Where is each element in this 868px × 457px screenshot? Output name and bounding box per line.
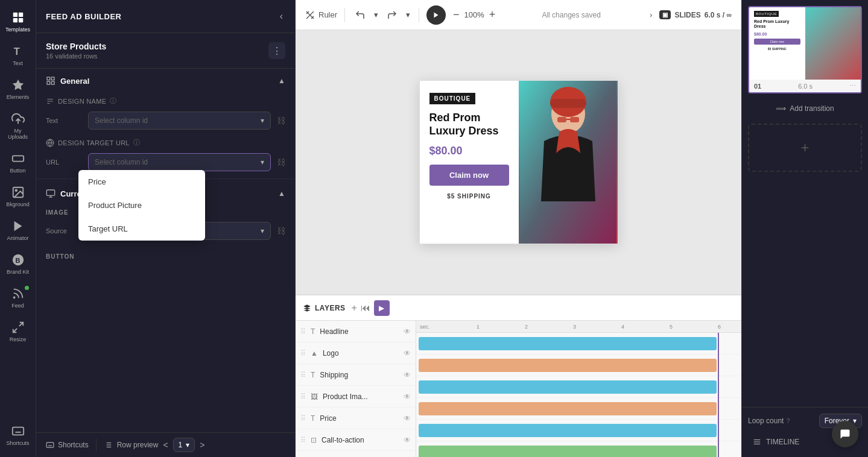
slide-thumbnail-1[interactable]: BOUTIQUE Red Prom Luxury Dress $80.00 Cl… <box>748 6 862 93</box>
track-bar-product-image <box>419 402 717 415</box>
sidebar-item-button[interactable]: Button <box>2 147 34 178</box>
panel-collapse-button[interactable]: ‹ <box>277 8 285 24</box>
design-target-info-icon[interactable]: ⓘ <box>133 138 140 147</box>
dropdown-item-price[interactable]: Price <box>78 170 205 194</box>
svg-point-9 <box>15 189 17 191</box>
sidebar-item-animator[interactable]: Animator <box>2 215 34 246</box>
sidebar-item-elements[interactable]: Elements <box>2 74 34 105</box>
timeline-controls: + ⏮ ▶ <box>352 300 390 316</box>
toolbar-sep-2 <box>419 8 419 22</box>
layers-label: LAYERS <box>303 304 346 312</box>
product-image-svg <box>520 81 616 244</box>
store-name: Store Products <box>46 42 106 51</box>
layer-eye-price[interactable]: 👁 <box>404 414 411 423</box>
layer-eye-headline[interactable]: 👁 <box>404 327 411 336</box>
undo-dropdown-button[interactable]: ▾ <box>373 9 379 20</box>
row-preview-icon <box>104 441 112 449</box>
drag-handle-icon: ⠿ <box>300 392 306 401</box>
sidebar-item-uploads[interactable]: My Uploads <box>2 107 34 145</box>
claim-button[interactable]: Claim now <box>429 165 509 186</box>
svg-text:T: T <box>13 46 19 57</box>
layer-item-logo[interactable]: ⠿ ▲ Logo 👁 <box>296 342 416 364</box>
panel-header: FEED AD BUILDER ‹ <box>36 0 295 33</box>
layer-item-headline[interactable]: ⠿ T Headline 👁 <box>296 321 416 342</box>
general-section-header[interactable]: General ▲ <box>36 69 295 93</box>
undo-button[interactable] <box>352 7 368 23</box>
add-transition-button[interactable]: ⟹ Add transition <box>748 98 862 119</box>
track-bar-headline <box>419 337 717 350</box>
thumb-claim-btn: Claim now <box>754 39 800 45</box>
dropdown-item-product-picture[interactable]: Product Picture <box>78 194 205 217</box>
dropdown-item-target-url[interactable]: Target URL <box>78 217 205 241</box>
redo-button[interactable] <box>384 7 400 23</box>
design-target-link-icon[interactable]: ⛓ <box>277 157 285 167</box>
design-name-chevron-icon: ▾ <box>261 116 264 125</box>
layer-item-cta[interactable]: ⠿ ⊡ Call-to-action 👁 <box>296 429 416 451</box>
design-name-icon <box>46 97 54 106</box>
layer-item-price[interactable]: ⠿ T Price 👁 <box>296 408 416 429</box>
layer-name-product-image: Product Ima... <box>323 392 399 401</box>
track-row-product-image <box>416 398 741 420</box>
boutique-badge: BOUTIQUE <box>429 93 476 104</box>
ad-right-panel <box>519 81 618 244</box>
svg-rect-3 <box>18 18 22 22</box>
thumb-boutique-badge: BOUTIQUE <box>754 11 779 17</box>
sidebar-item-text[interactable]: T Text <box>2 40 34 71</box>
design-name-info-icon[interactable]: ⓘ <box>110 96 116 106</box>
sidebar-item-shortcuts[interactable]: Shortcuts <box>2 420 34 451</box>
sidebar-item-templates[interactable]: Templates <box>2 6 34 37</box>
design-name-label: DESIGN NAME <box>58 98 106 105</box>
sidebar-item-background[interactable]: Bkground <box>2 181 34 212</box>
design-name-select[interactable]: Select column id ▾ <box>88 112 271 130</box>
sidebar-item-brandkit[interactable]: B Brand Kit <box>2 248 34 280</box>
layer-item-product-image[interactable]: ⠿ 🖼 Product Ima... 👁 <box>296 386 416 408</box>
layer-item-shipping[interactable]: ⠿ T Shipping 👁 <box>296 364 416 386</box>
ruler-button[interactable]: Ruler <box>305 10 337 20</box>
row-next-button[interactable]: > <box>200 440 204 450</box>
slides-panel: BOUTIQUE Red Prom Luxury Dress $80.00 Cl… <box>742 0 868 407</box>
canvas-area[interactable]: BOUTIQUE Red Prom Luxury Dress $80.00 Cl… <box>296 30 741 294</box>
ad-shipping: $5 SHIPPING <box>429 193 509 200</box>
slides-icon: ▣ <box>659 10 671 19</box>
row-prev-button[interactable]: < <box>163 440 168 450</box>
slide-duration: 6.0 s <box>798 83 813 90</box>
layer-eye-logo[interactable]: 👁 <box>404 349 411 358</box>
undo-icon <box>355 10 366 20</box>
timeline-tracks[interactable]: sec. 1 2 3 4 5 6 7 <box>416 321 741 457</box>
chat-button[interactable] <box>832 421 858 447</box>
design-name-link-icon[interactable]: ⛓ <box>277 116 285 125</box>
svg-rect-47 <box>550 99 586 108</box>
slide-number: 01 <box>754 83 761 90</box>
sidebar-item-feed[interactable]: Feed <box>2 282 34 314</box>
zoom-out-button[interactable]: − <box>453 8 460 21</box>
playhead <box>718 333 719 457</box>
svg-point-13 <box>13 297 14 298</box>
redo-dropdown-button[interactable]: ▾ <box>405 9 411 20</box>
slide-thumb-left: BOUTIQUE Red Prom Luxury Dress $80.00 Cl… <box>749 7 805 80</box>
store-more-button[interactable]: ⋮ <box>268 42 285 59</box>
drag-handle-icon: ⠿ <box>300 349 306 358</box>
slide-more-icon[interactable]: ⋯ <box>849 82 856 90</box>
add-slide-icon: + <box>800 139 809 156</box>
loop-help-icon[interactable]: ? <box>786 417 790 424</box>
general-label: General <box>60 77 89 86</box>
expand-button[interactable]: › <box>647 8 654 22</box>
layer-eye-cta[interactable]: 👁 <box>404 436 411 444</box>
zoom-in-button[interactable]: + <box>489 8 496 21</box>
image-source-link-icon[interactable]: ⛓ <box>277 226 285 236</box>
shortcuts-button[interactable]: Shortcuts <box>46 441 89 449</box>
track-row-price <box>416 420 741 441</box>
layer-eye-product-image[interactable]: 👁 <box>404 392 411 401</box>
prev-frame-button[interactable]: ⏮ <box>361 303 370 314</box>
add-slide-button[interactable]: + <box>748 124 862 172</box>
general-chevron-icon: ▲ <box>278 77 285 85</box>
timeline-play-button[interactable]: ▶ <box>374 300 390 316</box>
design-target-select[interactable]: Select column id ▾ <box>88 153 271 171</box>
row-number-select[interactable]: 1 ▾ <box>173 438 195 452</box>
layer-eye-shipping[interactable]: 👁 <box>404 371 411 379</box>
play-button[interactable] <box>426 5 446 25</box>
svg-rect-16 <box>12 427 23 435</box>
text-type-icon-2: T <box>311 371 315 379</box>
add-layer-button[interactable]: + <box>352 303 357 314</box>
sidebar-item-resize[interactable]: Resize <box>2 316 34 347</box>
